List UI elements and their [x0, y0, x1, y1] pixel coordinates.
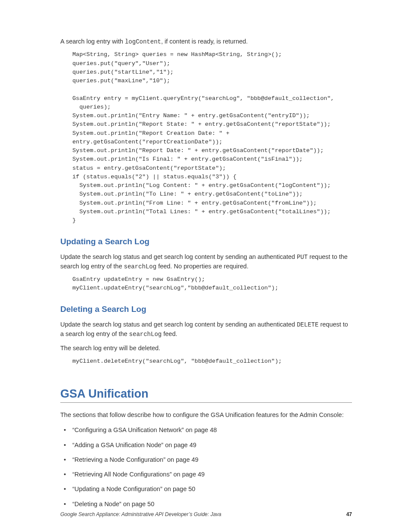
list-item: “Adding a GSA Unification Node” on page …: [60, 441, 352, 449]
intro-paragraph: A search log entry with logContent, if c…: [60, 37, 352, 46]
s2-code2: searchLog: [129, 331, 162, 338]
list-item: “Deleting a Node” on page 50: [60, 500, 352, 508]
list-item: “Configuring a GSA Unification Network” …: [60, 426, 352, 434]
list-item: “Retrieving All Node Configurations” on …: [60, 470, 352, 479]
code-block-3: myClient.deleteEntry("searchLog", "bbb@d…: [72, 357, 352, 366]
page-footer: Google Search Appliance: Administrative …: [60, 511, 352, 517]
intro-code: logContent: [125, 38, 161, 45]
list-item: “Updating a Node Configuration” on page …: [60, 485, 352, 493]
heading-gsa-unification: GSA Unification: [60, 387, 352, 401]
intro-suffix: , if content is ready, is returned.: [161, 38, 248, 45]
s1-suf: feed. No properties are required.: [156, 263, 249, 270]
heading-rule: [60, 402, 352, 403]
section2-paragraph-1: Update the search log status and get sea…: [60, 320, 352, 339]
list-item: “Retrieving a Node Configuration” on pag…: [60, 455, 352, 464]
footer-title: Google Search Appliance: Administrative …: [60, 511, 221, 517]
s1-code1: PUT: [297, 254, 308, 261]
code-block-1: Map<String, String> queries = new HashMa…: [72, 50, 352, 225]
section2-paragraph-2: The search log entry will be deleted.: [60, 344, 352, 353]
s1-pre: Update the search log status and get sea…: [60, 253, 297, 260]
intro-prefix: A search log entry with: [60, 38, 125, 45]
section1-paragraph: Update the search log status and get sea…: [60, 252, 352, 271]
s2-code1: DELETE: [297, 321, 318, 328]
code-block-2: GsaEntry updateEntry = new GsaEntry(); m…: [72, 275, 352, 293]
heading-updating-search-log: Updating a Search Log: [60, 237, 352, 246]
heading-deleting-search-log: Deleting a Search Log: [60, 305, 352, 314]
s2-pre: Update the search log status and get sea…: [60, 321, 297, 328]
section3-bullet-list: “Configuring a GSA Unification Network” …: [60, 426, 352, 508]
s1-code2: searchLog: [124, 263, 157, 270]
footer-page-number: 47: [346, 511, 352, 517]
s2-suf: feed.: [162, 330, 177, 337]
section3-intro: The sections that follow describe how to…: [60, 411, 352, 420]
